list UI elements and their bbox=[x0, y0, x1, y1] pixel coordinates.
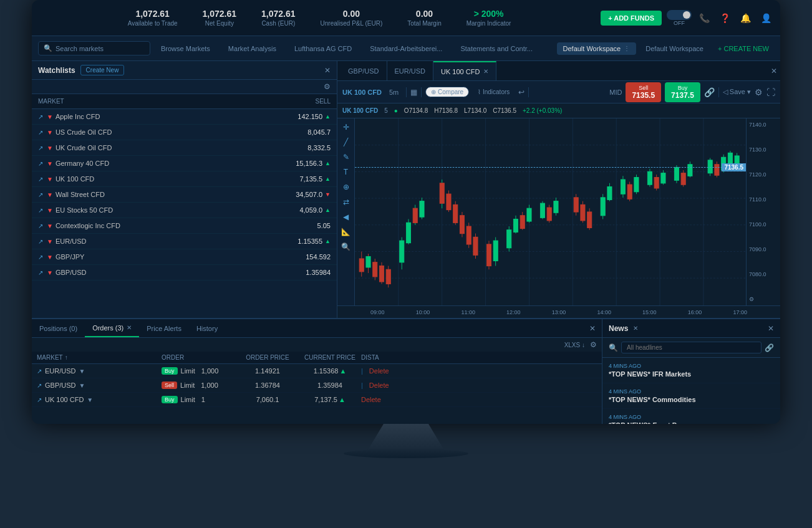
chart-settings-bottom-icon[interactable]: ⚙ bbox=[749, 296, 778, 302]
crosshair-tool[interactable]: ✛ bbox=[341, 121, 351, 133]
orders-tab-orders[interactable]: Orders (3) ✕ bbox=[85, 319, 139, 337]
help-icon[interactable]: ❓ bbox=[717, 11, 733, 26]
nav-tab-browse-markets[interactable]: Browse Markets bbox=[153, 42, 218, 55]
stat-equity-value: 1,072.61 bbox=[203, 9, 237, 19]
save-label[interactable]: ◁ Save ▾ bbox=[723, 88, 751, 96]
chart-toolbar-divider-3 bbox=[528, 87, 529, 97]
watchlist-item-uk100[interactable]: ↗ ▼ UK 100 CFD 7,135.5 ▲ bbox=[32, 171, 337, 187]
undo-icon[interactable]: ↩ bbox=[518, 88, 524, 97]
nav-tab-market-analysis[interactable]: Market Analysis bbox=[221, 42, 284, 55]
oh-market-sort-icon[interactable]: ↑ bbox=[65, 354, 68, 361]
draw-tool[interactable]: ✎ bbox=[341, 151, 351, 163]
watchlist-item-eurusd[interactable]: ↗ ▼ EUR/USD 1.15355 ▲ bbox=[32, 234, 337, 249]
news-items-list: 4 MINS AGO *TOP NEWS* IFR Markets 4 MINS… bbox=[602, 358, 780, 424]
orders-tab-history[interactable]: History bbox=[189, 319, 225, 337]
workspace-tab-2[interactable]: Default Workspace bbox=[639, 42, 710, 55]
move-tool[interactable]: ⇄ bbox=[341, 196, 351, 208]
chart-toolbar-divider-4 bbox=[718, 87, 719, 97]
or-delete-gbpusd[interactable]: Delete bbox=[369, 382, 389, 389]
news-search-input[interactable] bbox=[621, 342, 761, 353]
orders-rows: ↗ EUR/USD ▼ Buy Limit 1,000 1.14921 1.15… bbox=[32, 364, 602, 424]
watchlist-item-wallstreet[interactable]: ↗ ▼ Wall Street CFD 34,507.0 ▼ bbox=[32, 187, 337, 203]
watchlist-close-button[interactable]: ✕ bbox=[324, 66, 331, 75]
text-tool[interactable]: T bbox=[342, 166, 350, 178]
news-link-icon[interactable]: 🔗 bbox=[765, 343, 774, 352]
news-item-2[interactable]: 4 MINS AGO *TOP NEWS* Commodities bbox=[602, 383, 780, 409]
chart-tab-eurusd[interactable]: EUR/USD bbox=[387, 61, 434, 80]
watchlist-item-contextlogic[interactable]: ↗ ▼ Contextlogic Inc CFD 5.05 bbox=[32, 218, 337, 234]
chart-tab-gbpusd[interactable]: GBP/USD bbox=[341, 61, 387, 80]
watchlist-item-apple[interactable]: ↗ ▼ Apple Inc CFD 142.150 ▲ bbox=[32, 109, 337, 125]
watchlist-item-gbpjpy[interactable]: ↗ ▼ GBP/JPY 154.592 bbox=[32, 249, 337, 265]
or-delete-uk100[interactable]: Delete bbox=[361, 396, 381, 403]
price-7100: 7100.0 bbox=[749, 221, 778, 228]
watchlist-item-germany40[interactable]: ↗ ▼ Germany 40 CFD 15,156.3 ▲ bbox=[32, 156, 337, 171]
news-tab-close[interactable]: ✕ bbox=[633, 325, 638, 332]
time-1300: 13:00 bbox=[536, 309, 582, 315]
compare-button[interactable]: ⊕ Compare bbox=[425, 87, 469, 97]
ruler-tool[interactable]: 📐 bbox=[339, 226, 352, 238]
chart-type-icon[interactable]: ▦ bbox=[410, 88, 417, 97]
or-delete-eurusd[interactable]: Delete bbox=[369, 367, 389, 375]
wi-arrow-us-crude: ▼ bbox=[47, 129, 53, 136]
watchlist-settings-icon[interactable]: ⚙ bbox=[324, 82, 331, 91]
chart-close-all-button[interactable]: ✕ bbox=[771, 67, 777, 75]
monitor-base bbox=[344, 449, 468, 458]
wi-icon-eu50: ↗ bbox=[38, 207, 43, 214]
chart-canvas[interactable]: 7136.5 bbox=[355, 118, 746, 305]
chart-timeframe-selector[interactable]: 5m bbox=[385, 87, 402, 97]
or-arrow-eurusd[interactable]: ▼ bbox=[79, 368, 85, 375]
nav-tab-standard[interactable]: Standard-Arbeitsberei... bbox=[362, 42, 450, 55]
stat-margin-value: 0.00 bbox=[416, 9, 433, 19]
watchlist-item-uk-crude[interactable]: ↗ ▼ UK Crude Oil CFD 8,332.5 bbox=[32, 140, 337, 156]
nav-tab-lufthansa[interactable]: Lufthansa AG CFD bbox=[287, 42, 359, 55]
create-new-watchlist-button[interactable]: Create New bbox=[80, 65, 125, 75]
orders-panel-close-button[interactable]: ✕ bbox=[583, 324, 602, 333]
workspace-tab-2-label: Default Workspace bbox=[645, 45, 703, 52]
add-funds-button[interactable]: + ADD FUNDS bbox=[601, 11, 662, 26]
orders-toolbar: XLXS ↓ ⚙ bbox=[32, 338, 602, 352]
link-icon[interactable]: 🔗 bbox=[704, 87, 715, 97]
or-qty-eurusd: 1,000 bbox=[201, 367, 219, 375]
news-item-1[interactable]: 4 MINS AGO *TOP NEWS* IFR Markets bbox=[602, 358, 780, 383]
line-tool[interactable]: ╱ bbox=[342, 136, 350, 148]
chart-settings-icon[interactable]: ⚙ bbox=[755, 87, 763, 97]
nav-tab-statements[interactable]: Statements and Contr... bbox=[453, 42, 540, 55]
news-close-button[interactable]: ✕ bbox=[768, 324, 774, 333]
sell-button[interactable]: Sell 7135.5 bbox=[626, 82, 661, 102]
create-new-workspace-button[interactable]: + CREATE NEW bbox=[713, 42, 774, 55]
watchlist-item-eu50[interactable]: ↗ ▼ EU Stocks 50 CFD 4,059.0 ▲ bbox=[32, 203, 337, 218]
svg-rect-39 bbox=[460, 216, 464, 234]
or-arrow-uk100[interactable]: ▼ bbox=[87, 396, 93, 403]
chart-tab-uk100[interactable]: UK 100 CFD ✕ bbox=[433, 61, 496, 80]
price-7120: 7120.0 bbox=[749, 171, 778, 178]
or-arrow-gbpusd[interactable]: ▼ bbox=[79, 382, 85, 389]
zoom-tool[interactable]: 🔍 bbox=[339, 241, 352, 253]
one-click-trading-toggle[interactable]: OFF bbox=[667, 10, 692, 26]
svg-rect-75 bbox=[627, 185, 632, 199]
news-item-3[interactable]: 4 MINS AGO *TOP NEWS*-Front Page bbox=[602, 409, 780, 424]
export-xlsx-button[interactable]: XLXS ↓ bbox=[564, 342, 585, 348]
order-row-eurusd: ↗ EUR/USD ▼ Buy Limit 1,000 1.14921 1.15… bbox=[32, 364, 602, 378]
workspace-tab-1[interactable]: Default Workspace ⋮ bbox=[557, 42, 637, 55]
buy-button[interactable]: Buy 7137.5 bbox=[665, 82, 700, 102]
orders-tab-price-alerts[interactable]: Price Alerts bbox=[139, 319, 189, 337]
chart-time-axis: 09:00 10:00 11:00 12:00 13:00 14:00 15:0… bbox=[337, 305, 780, 318]
stat-available: 1,072.61 Available to Trade bbox=[128, 9, 178, 27]
search-markets-box[interactable]: 🔍 Search markets bbox=[38, 41, 150, 55]
fibonacci-tool[interactable]: ⊕ bbox=[341, 181, 351, 193]
svg-rect-33 bbox=[440, 183, 444, 203]
chart-fullscreen-icon[interactable]: ⛶ bbox=[766, 87, 775, 97]
back-arrow-tool[interactable]: ◀ bbox=[341, 211, 350, 223]
chart-tab-close-uk100[interactable]: ✕ bbox=[483, 68, 488, 75]
watchlist-item-gbpusd[interactable]: ↗ ▼ GBP/USD 1.35984 bbox=[32, 265, 337, 281]
watchlist-item-us-crude[interactable]: ↗ ▼ US Crude Oil CFD 8,045.7 bbox=[32, 125, 337, 140]
indicators-button[interactable]: ⌇ Indicators bbox=[473, 87, 515, 97]
orders-settings-icon[interactable]: ⚙ bbox=[590, 340, 597, 349]
orders-tab-close[interactable]: ✕ bbox=[127, 324, 132, 331]
user-icon[interactable]: 👤 bbox=[758, 11, 774, 26]
orders-tab-positions[interactable]: Positions (0) bbox=[32, 319, 85, 337]
watchlist-title: Watchlists bbox=[38, 66, 75, 75]
phone-icon[interactable]: 📞 bbox=[697, 11, 712, 26]
notification-icon[interactable]: 🔔 bbox=[738, 11, 753, 26]
